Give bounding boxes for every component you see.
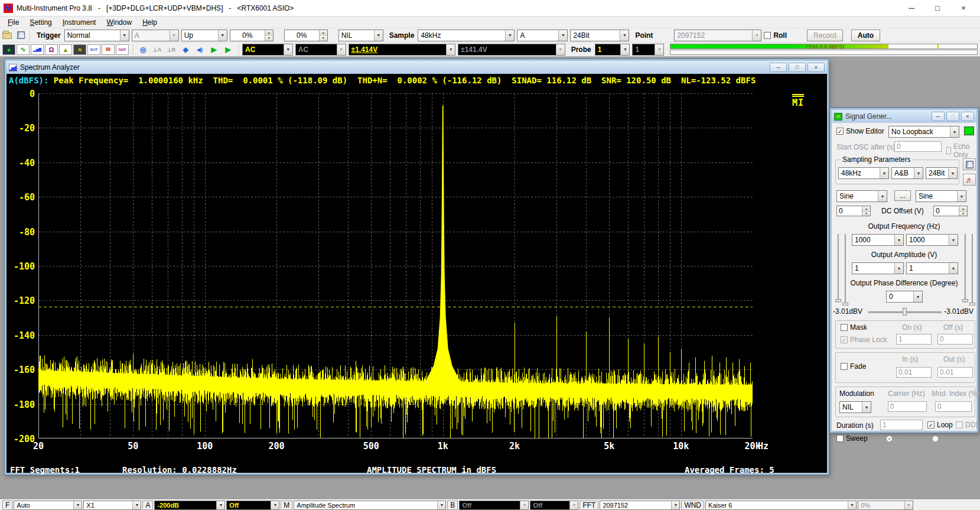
- chevron-down-icon: ▼: [170, 30, 178, 41]
- signal-generator-editor-icon[interactable]: ≈: [73, 44, 86, 55]
- close-button[interactable]: ×: [808, 63, 825, 72]
- maximize-button[interactable]: □: [924, 1, 950, 16]
- input-b-icon[interactable]: ⊥B: [165, 44, 178, 55]
- trigger-coupling-select[interactable]: NIL▼: [338, 30, 383, 41]
- loop-checkbox[interactable]: Loop: [927, 421, 953, 429]
- phase-select[interactable]: 0▼: [886, 291, 923, 303]
- menu-help[interactable]: Help: [137, 17, 162, 28]
- zoom-select[interactable]: X1▼: [83, 501, 141, 510]
- up-arrow-icon: ▲: [862, 206, 870, 212]
- mod-index-label: Mod. Index (%): [932, 389, 979, 398]
- waveform-b-select[interactable]: Sine▼: [916, 190, 966, 202]
- sample-rate-select[interactable]: 48kHz▼: [418, 30, 515, 41]
- auto-button[interactable]: Auto: [851, 30, 880, 41]
- loopback-select[interactable]: No Loopback▼: [888, 126, 959, 138]
- slider-handle[interactable]: [903, 308, 907, 316]
- oscilloscope-icon[interactable]: ●: [2, 44, 15, 55]
- minimize-button[interactable]: ─: [770, 63, 787, 72]
- probe-icon[interactable]: ◆: [179, 44, 192, 55]
- close-button[interactable]: ×: [961, 112, 974, 121]
- slider-handle[interactable]: [969, 303, 975, 306]
- multimeter-icon[interactable]: Ω: [45, 44, 58, 55]
- mod-index-input: 0: [935, 401, 972, 412]
- amplitude-a-select[interactable]: 1▼: [852, 262, 904, 274]
- dc-offset-b-stepper[interactable]: 0▲▼: [933, 206, 968, 216]
- range-b-select: ±141.4V▼: [458, 44, 565, 56]
- probe-a-select[interactable]: 1▼: [595, 44, 630, 56]
- minimize-button[interactable]: ─: [932, 112, 945, 121]
- chevron-down-icon: ▼: [446, 44, 455, 55]
- menu-window[interactable]: Window: [101, 17, 137, 28]
- roll-checkbox[interactable]: Roll: [764, 31, 787, 40]
- y-tick-label: 0: [6, 89, 35, 98]
- save-signal-button[interactable]: [963, 158, 976, 170]
- a-range-select[interactable]: -200dB▼: [154, 501, 225, 510]
- signal-generator-titlebar[interactable]: ≈ Signal Gener... ─ □ ×: [832, 110, 976, 123]
- chevron-down-icon: ▼: [950, 126, 959, 137]
- waveform-more-button[interactable]: ...: [894, 190, 911, 201]
- frequency-b-select[interactable]: 1000▼: [906, 234, 958, 246]
- window-function-select[interactable]: Kaiser 6▼: [705, 501, 857, 510]
- menu-file[interactable]: File: [2, 17, 24, 28]
- app-titlebar[interactable]: Multi-Instrument Pro 3.8 - [+3DP+DLG+LCR…: [0, 0, 980, 17]
- sweep-checkbox[interactable]: Sweep: [836, 434, 868, 443]
- waveform-a-select[interactable]: Sine▼: [836, 190, 887, 202]
- derived-spectrum-icon[interactable]: ≋: [102, 44, 115, 55]
- amplitude-a2-slider[interactable]: [845, 234, 846, 303]
- generator-on-button[interactable]: [964, 126, 974, 135]
- generator-bits-select[interactable]: 24Bit▼: [926, 167, 958, 179]
- generator-channels-select[interactable]: A&B▼: [891, 167, 923, 179]
- calibration-icon[interactable]: ◎: [136, 44, 149, 55]
- signal-generator-icon[interactable]: ∿: [17, 44, 30, 55]
- modulation-select[interactable]: NIL▼: [839, 401, 871, 413]
- fft-size-select[interactable]: 2097152▼: [600, 501, 680, 510]
- trigger-level-stepper[interactable]: 0%▲▼: [230, 30, 274, 41]
- fade-checkbox[interactable]: Fade: [841, 362, 866, 371]
- slider-handle[interactable]: [842, 303, 848, 306]
- run-single-icon[interactable]: ▶: [222, 44, 235, 55]
- slider-handle[interactable]: [835, 299, 841, 302]
- show-editor-checkbox[interactable]: Show Editor: [836, 127, 884, 135]
- run-icon[interactable]: ▶: [207, 44, 220, 55]
- display-mode-select[interactable]: Amplitude Spectrum▼: [294, 501, 446, 510]
- maximize-button[interactable]: □: [789, 63, 806, 72]
- open-panel-setting-icon[interactable]: [2, 33, 12, 39]
- device-test-plan-icon[interactable]: DUT: [87, 44, 100, 55]
- amplitude-b-select[interactable]: 1▼: [906, 262, 958, 274]
- input-a-icon[interactable]: ⊥A: [151, 44, 164, 55]
- coupling-a-select[interactable]: AC▼: [242, 44, 293, 56]
- mask-checkbox[interactable]: Mask: [841, 323, 867, 332]
- menu-instrument[interactable]: Instrument: [57, 17, 102, 28]
- averaged-frames-readout: Averaged Frames: 5: [685, 465, 774, 475]
- minimize-button[interactable]: ─: [898, 1, 924, 16]
- ddp-viewer-icon[interactable]: DDP: [116, 44, 129, 55]
- range-a-select[interactable]: ±1.414V▼: [349, 44, 456, 56]
- trigger-mode-select[interactable]: Normal▼: [64, 30, 129, 41]
- bit-depth-select[interactable]: 24Bit▼: [570, 30, 629, 41]
- app-logo-icon: [4, 4, 13, 13]
- slider-handle[interactable]: [962, 299, 968, 302]
- trigger-delay-stepper[interactable]: 0%▲▼: [284, 30, 328, 41]
- menu-setting[interactable]: Setting: [24, 17, 57, 28]
- frequency-a-select[interactable]: 1000▼: [852, 234, 904, 246]
- amplitude-a-slider[interactable]: [838, 234, 839, 303]
- dc-offset-a-stepper[interactable]: 0▲▼: [836, 206, 871, 216]
- save-panel-setting-icon[interactable]: [17, 31, 25, 39]
- spectrum-analyzer-titlebar[interactable]: ▂▅▇ Spectrum Analyzer ─ □ ×: [6, 61, 827, 74]
- spectrum-analyzer-icon[interactable]: ▂▅▇: [31, 44, 44, 55]
- amplitude-b-slider[interactable]: [965, 234, 966, 303]
- trigger-edge-select[interactable]: Up▼: [181, 30, 227, 41]
- chevron-down-icon: ▼: [655, 44, 663, 55]
- spectrum-plot-canvas[interactable]: [38, 93, 753, 438]
- sound-output-icon[interactable]: ◀): [193, 44, 206, 55]
- amplitude-b2-slider[interactable]: [972, 234, 973, 303]
- generator-rate-select[interactable]: 48kHz▼: [838, 167, 889, 179]
- a-option-select[interactable]: Off▼: [226, 501, 279, 510]
- spectrum-analyzer-icon: ▂▅▇: [9, 64, 17, 72]
- frequency-display-select[interactable]: Auto▼: [14, 501, 82, 510]
- chevron-down-icon: ▼: [284, 44, 292, 55]
- sample-channel-select[interactable]: A▼: [517, 30, 568, 41]
- play-file-button[interactable]: ♬: [963, 174, 976, 186]
- spectrum-3d-plot-icon[interactable]: ▲: [59, 44, 72, 55]
- close-button[interactable]: ×: [950, 1, 976, 16]
